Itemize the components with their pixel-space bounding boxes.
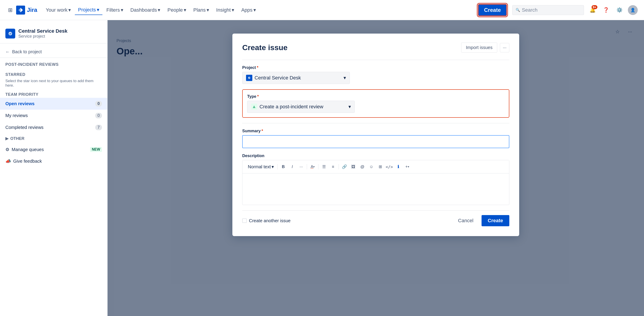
back-to-project[interactable]: ← Back to project — [0, 46, 107, 58]
nav-apps[interactable]: Apps ▾ — [238, 5, 259, 15]
editor-toolbar: Normal text ▾ B I ··· A ▾ — [242, 160, 509, 173]
top-navigation: ⊞ Jira Your work ▾ Projects ▾ Filters ▾ … — [0, 0, 644, 20]
sidebar-item-open-reviews[interactable]: Open reviews 0 — [0, 98, 107, 110]
settings-button[interactable]: ⚙️ — [614, 5, 624, 15]
summary-required: * — [262, 129, 263, 133]
type-select[interactable]: Create a post-incident review ▾ — [247, 101, 355, 113]
notifications-button[interactable]: 🔔 9+ — [588, 5, 598, 15]
project-icon — [6, 29, 15, 38]
toolbar-image-button[interactable]: 🖼 — [349, 162, 358, 171]
help-button[interactable]: ❓ — [601, 5, 611, 15]
nav-people[interactable]: People ▾ — [164, 5, 189, 15]
chevron-right-icon: ▶ — [6, 136, 8, 141]
sidebar: Central Service Desk Service project ← B… — [0, 20, 108, 316]
modal-header: Create issue Import issues ··· — [242, 42, 509, 53]
type-field-section: Type * Create a post-incident review — [242, 89, 509, 118]
toolbar-normal-text[interactable]: Normal text ▾ — [246, 163, 276, 171]
form-divider-2 — [242, 123, 509, 123]
create-another-checkbox[interactable] — [242, 218, 247, 223]
editor-body[interactable] — [242, 173, 509, 205]
topnav-right-actions: 🔍 Search 🔔 9+ ❓ ⚙️ 👤 — [512, 5, 638, 15]
modal-more-button[interactable]: ··· — [500, 43, 509, 52]
open-reviews-count: 0 — [95, 101, 102, 107]
modal-footer: Create another issue Cancel Create — [242, 210, 509, 226]
modal-create-button[interactable]: Create — [482, 215, 509, 226]
toolbar-code-button[interactable]: </> — [385, 162, 394, 171]
sidebar-team-priority-title: TEAM PRIORITY — [0, 90, 107, 98]
gear-icon: ⚙ — [6, 147, 10, 152]
jira-logo-text: Jira — [27, 6, 37, 13]
nav-insight[interactable]: Insight ▾ — [213, 5, 237, 15]
toolbar-text-color-button[interactable]: A ▾ — [308, 162, 317, 171]
toolbar-bold-button[interactable]: B — [279, 162, 288, 171]
chevron-down-icon: ▾ — [158, 7, 160, 13]
toolbar-link-button[interactable]: 🔗 — [340, 162, 349, 171]
modal-overlay: Create issue Import issues ··· Project * — [108, 20, 644, 316]
import-issues-button[interactable]: Import issues — [461, 42, 497, 53]
chevron-down-icon: ▾ — [348, 104, 351, 110]
summary-input[interactable] — [242, 135, 509, 148]
megaphone-icon: 📣 — [6, 158, 11, 164]
toolbar-bullet-list-button[interactable]: ☰ — [320, 162, 328, 171]
cancel-button[interactable]: Cancel — [453, 215, 479, 226]
back-icon: ← — [6, 49, 10, 54]
completed-reviews-count: 7 — [95, 125, 102, 130]
toolbar-divider-2 — [307, 164, 307, 169]
project-required: * — [257, 65, 258, 70]
sidebar-manage-queues[interactable]: ⚙ Manage queues NEW — [0, 144, 107, 155]
nav-filters[interactable]: Filters ▾ — [103, 5, 126, 15]
chevron-down-icon: ▾ — [97, 7, 99, 13]
sidebar-item-my-reviews[interactable]: My reviews 0 — [0, 110, 107, 122]
project-field-group: Project * Central Service Desk — [242, 65, 509, 84]
nav-plans[interactable]: Plans ▾ — [190, 5, 212, 15]
chevron-down-icon: ▾ — [344, 75, 346, 81]
project-select[interactable]: Central Service Desk ▾ — [242, 72, 350, 84]
sidebar-starred-desc: Select the star icon next to your queues… — [0, 78, 107, 90]
toolbar-mention-button[interactable]: @ — [358, 162, 366, 171]
nav-your-work[interactable]: Your work ▾ — [42, 5, 74, 15]
nav-dashboards[interactable]: Dashboards ▾ — [127, 5, 164, 15]
modal-header-actions: Import issues ··· — [461, 42, 509, 53]
chevron-down-icon: ▾ — [254, 7, 256, 13]
toolbar-more-formatting-button[interactable]: ··· — [297, 162, 306, 171]
notification-badge: 9+ — [592, 5, 598, 9]
chevron-down-icon: ▾ — [121, 7, 123, 13]
chevron-down-icon: ▾ — [272, 164, 274, 169]
toolbar-divider-4 — [338, 164, 339, 169]
nav-projects[interactable]: Projects ▾ — [75, 5, 102, 15]
sidebar-starred-title: STARRED — [0, 70, 107, 78]
chevron-down-icon: ▾ — [408, 165, 409, 168]
search-box[interactable]: 🔍 Search — [512, 5, 584, 15]
summary-field-group: Summary * — [242, 129, 509, 148]
chevron-down-icon: ▾ — [206, 7, 209, 13]
search-icon: 🔍 — [516, 8, 520, 12]
summary-label: Summary * — [242, 129, 509, 133]
create-another-label[interactable]: Create another issue — [242, 218, 291, 223]
sidebar-other-section[interactable]: ▶ OTHER — [0, 133, 107, 144]
description-editor: Normal text ▾ B I ··· A ▾ — [242, 160, 509, 205]
svg-point-0 — [8, 32, 12, 35]
footer-actions: Cancel Create — [453, 215, 509, 226]
toolbar-divider-1 — [278, 164, 278, 169]
chevron-down-icon: ▾ — [313, 165, 314, 168]
create-button[interactable]: Create — [478, 4, 507, 16]
main-layout: Central Service Desk Service project ← B… — [0, 20, 644, 316]
toolbar-numbered-list-button[interactable]: ≡ — [329, 162, 337, 171]
project-name: Central Service Desk — [18, 28, 68, 34]
modal-divider — [242, 60, 509, 60]
project-info: Central Service Desk Service project — [18, 28, 68, 39]
jira-logo[interactable]: Jira — [16, 5, 37, 14]
chevron-down-icon: ▾ — [232, 7, 234, 13]
sidebar-give-feedback[interactable]: 📣 Give feedback — [0, 155, 107, 167]
modal-title: Create issue — [242, 43, 288, 52]
toolbar-info-button[interactable]: ℹ — [394, 162, 402, 171]
sidebar-item-completed-reviews[interactable]: Completed reviews 7 — [0, 122, 107, 133]
toolbar-add-button[interactable]: +▾ — [403, 162, 412, 171]
user-avatar[interactable]: 👤 — [628, 5, 638, 15]
app-switcher-icon[interactable]: ⊞ — [6, 6, 14, 14]
toolbar-italic-button[interactable]: I — [288, 162, 296, 171]
chevron-down-icon: ▾ — [184, 7, 186, 13]
toolbar-emoji-button[interactable]: ☺ — [367, 162, 376, 171]
toolbar-table-button[interactable]: ⊞ — [376, 162, 384, 171]
description-label: Description — [242, 154, 509, 158]
